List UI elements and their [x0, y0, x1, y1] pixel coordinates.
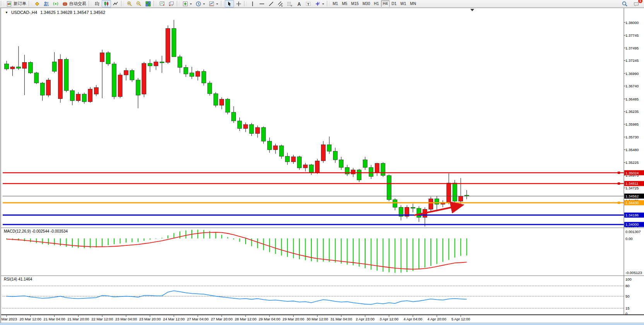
toolbar-cascade-button[interactable]	[167, 0, 176, 7]
horizontal-lines[interactable]	[3, 172, 624, 225]
candle-body	[315, 161, 319, 172]
rsi-indicator-label: RSI(14) 41.1464	[4, 277, 32, 281]
toolbar-data-window-button[interactable]	[42, 0, 51, 7]
candle-body	[160, 62, 164, 63]
candle-body	[327, 145, 331, 151]
toolbar-crosshair-button[interactable]	[234, 0, 243, 7]
candle-body	[267, 141, 272, 150]
timeframe-D1-button[interactable]: D1	[389, 0, 398, 7]
date-label: 31 Mar 04:00	[330, 317, 352, 321]
main-toolbar: 新订单自动交易EFATM1M5M15M30H1H4D1W1MN1	[0, 0, 644, 8]
candle-body	[297, 157, 302, 168]
rsi-pane	[3, 286, 624, 308]
toolbar-chat-button[interactable]: 1	[632, 0, 641, 7]
timeframe-M1-button[interactable]: M1	[331, 0, 340, 7]
hline-handle[interactable]	[618, 172, 620, 174]
toolbar-line-chart-button[interactable]	[111, 0, 120, 7]
candle-body	[172, 29, 176, 57]
toolbar-grip[interactable]	[327, 1, 330, 6]
toolbar-cursor-button[interactable]	[225, 0, 234, 7]
toolbar-grip[interactable]	[177, 1, 179, 6]
hline-handle[interactable]	[618, 182, 620, 185]
hline-handle[interactable]	[618, 202, 620, 204]
timeframe-MN-button[interactable]: MN	[408, 0, 418, 7]
price-tick-label: 1.35730	[625, 135, 639, 139]
timeframe-M15-button[interactable]: M15	[349, 0, 360, 7]
toolbar-autotrade-button[interactable]: 自动交易	[60, 0, 88, 7]
toolbar-text-label-button[interactable]: T	[304, 0, 313, 7]
equidistant-channel-icon: E	[277, 1, 284, 7]
candle-body	[52, 62, 56, 71]
candle-body	[321, 145, 325, 161]
chevron-down-icon[interactable]	[203, 1, 205, 7]
timeframe-W1-button[interactable]: W1	[398, 0, 408, 7]
date-label: 21 Mar 04:00	[44, 317, 65, 321]
toolbar-auto-arrange-button[interactable]	[157, 0, 167, 7]
chevron-down-icon[interactable]	[190, 1, 192, 7]
rsi-axis-label: 15	[625, 306, 630, 310]
timeframe-H4-button[interactable]: H4	[381, 0, 390, 7]
candle-body	[309, 165, 313, 173]
date-label: 28 Mar 12:00	[235, 317, 256, 321]
price-tag-label: 1.35024	[625, 171, 639, 175]
chevron-down-icon[interactable]	[322, 1, 325, 7]
toolbar-grip[interactable]	[221, 1, 224, 6]
toolbar-signals-button[interactable]	[51, 0, 60, 7]
candle-body	[232, 112, 236, 121]
market-watch-icon	[34, 1, 40, 7]
toolbar-market-watch-button[interactable]	[32, 0, 42, 7]
toolbar-search-button[interactable]	[620, 0, 629, 7]
chart-shift-marker[interactable]	[470, 9, 474, 11]
toolbar-grip[interactable]	[121, 1, 124, 6]
data-window-icon	[43, 1, 50, 7]
date-label: 2 Apr 23:00	[356, 317, 375, 321]
timeframe-M5-button[interactable]: M5	[340, 0, 349, 7]
toolbar-new-order-button[interactable]: 新订单	[5, 0, 28, 7]
candle-body	[249, 124, 254, 134]
toolbar-text-button[interactable]: A	[294, 0, 304, 7]
candle-body	[381, 163, 385, 175]
toolbar-trendline-button[interactable]	[266, 0, 276, 7]
timeframe-H1-button[interactable]: H1	[372, 0, 381, 7]
toolbar-period-clock-button[interactable]	[194, 0, 207, 7]
candle-body	[166, 29, 170, 63]
macd-pane	[7, 230, 467, 273]
chart-canvas[interactable]: 1.380001.377451.374951.372451.369901.367…	[1, 8, 644, 323]
chart-title-collapse-icon[interactable]: ▼	[5, 11, 8, 14]
candle-body	[375, 163, 379, 173]
toolbar-add-indicator-button[interactable]	[181, 0, 194, 7]
toolbar-candle-chart-button[interactable]	[102, 0, 111, 7]
toolbar-grip[interactable]	[29, 1, 31, 6]
candle-body	[393, 200, 397, 208]
timeframe-M30-button[interactable]: M30	[360, 0, 372, 7]
toolbar-grip[interactable]	[154, 1, 156, 6]
toolbar-zoom-in-button[interactable]	[125, 0, 134, 7]
macd-signal-line	[7, 232, 467, 269]
toolbar-fibonacci-button[interactable]: F	[285, 0, 294, 7]
toolbar-bar-chart-button[interactable]	[92, 0, 102, 7]
candle-body	[220, 99, 224, 105]
toolbar-template-button[interactable]	[207, 0, 220, 7]
toolbar-grip[interactable]	[89, 1, 91, 6]
time-axis[interactable]: 19 Mar 202320 Mar 12:0021 Mar 04:0021 Ma…	[1, 315, 470, 321]
rsi-axis-label: 80	[625, 284, 630, 288]
search-icon	[622, 1, 628, 7]
toolbar-grip[interactable]	[244, 1, 247, 6]
chevron-down-icon[interactable]	[216, 1, 219, 7]
candle-body	[225, 99, 230, 112]
toolbar-zoom-out-button[interactable]	[134, 0, 143, 7]
rsi-axis-label: 50	[625, 294, 630, 298]
toolbar-equidistant-channel-button[interactable]: E	[276, 0, 285, 7]
toolbar-grip[interactable]	[1, 1, 3, 6]
toolbar-vertical-line-button[interactable]	[248, 0, 257, 7]
horizontal-line-icon	[259, 1, 265, 7]
toolbar-horizontal-line-button[interactable]	[257, 0, 266, 7]
mt4-window: 新订单自动交易EFATM1M5M15M30H1H4D1W1MN1 ▼ USDCA…	[0, 0, 644, 325]
chart-window[interactable]: ▼ USDCAD-,H4 1.34625 1.34628 1.34547 1.3…	[0, 8, 644, 323]
notification-badge: 1	[638, 0, 642, 3]
date-label: 30 Mar 12:00	[306, 317, 328, 321]
candle-body	[369, 167, 373, 177]
toolbar-shapes-button[interactable]	[313, 0, 326, 7]
toolbar-tile-windows-button[interactable]	[143, 0, 153, 7]
date-label: 24 Mar 12:00	[163, 317, 185, 321]
